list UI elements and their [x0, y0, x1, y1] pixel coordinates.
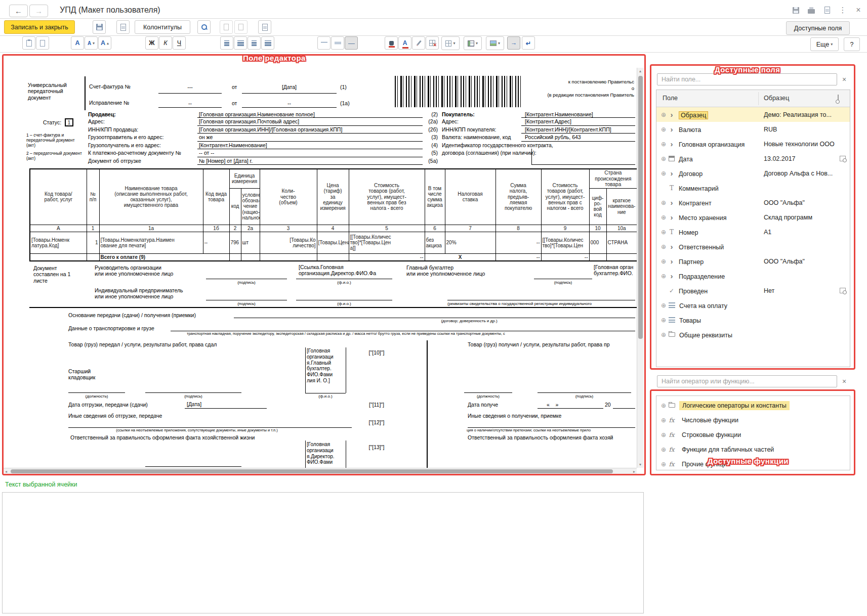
field-label[interactable]: Образец	[679, 111, 708, 119]
selected-cell-text-area[interactable]	[2, 492, 644, 613]
decrease-font-icon[interactable]: A▾	[85, 36, 98, 50]
num-cell[interactable]: 8	[496, 225, 541, 232]
num-cell[interactable]: 1	[87, 225, 99, 232]
layout-sheet[interactable]: 1 Код товара/ работ, услуг № п/п Наимено…	[4, 56, 637, 468]
data-tax-sum[interactable]: --	[496, 232, 541, 253]
add-field-icon[interactable]	[659, 243, 668, 251]
num-cell[interactable]: 10	[589, 225, 606, 232]
total-tax-sum[interactable]: --	[496, 253, 541, 261]
field-row-16[interactable]: Общие реквизиты	[656, 327, 850, 342]
horizontal-scrollbar[interactable]: ◂ ▸	[4, 468, 637, 474]
table-dropdown[interactable]: ▾	[464, 36, 482, 50]
horizontal-scroll-thumb[interactable]	[11, 469, 613, 473]
text-direction-icon[interactable]: →	[507, 36, 520, 50]
field-label[interactable]: Головная организация	[679, 141, 745, 148]
align-justify-icon[interactable]	[261, 36, 274, 50]
data-cost-no-tax[interactable]: [[Товары.Количес тво]*[Товары.Цен а]]	[349, 232, 425, 253]
data-goods-kind[interactable]: --	[203, 232, 229, 253]
col-header-excise[interactable]: В том числе сумма акциза	[425, 169, 445, 225]
expand-plus-icon[interactable]	[659, 402, 668, 410]
col-header-unit-code[interactable]: код	[229, 188, 241, 225]
more-button[interactable]: Еще▾	[810, 37, 839, 51]
function-group-label[interactable]: Логические операторы и константы	[679, 401, 790, 410]
fields-table-header[interactable]: Поле Образец	[656, 90, 850, 107]
expand-chevron-icon[interactable]	[668, 111, 676, 119]
col-header-country[interactable]: Страна происхождения товара	[589, 169, 637, 188]
save-and-close-button[interactable]: Записать и закрыть	[4, 20, 75, 34]
function-group-label[interactable]: Функции для табличных частей	[679, 445, 777, 454]
expand-plus-icon[interactable]	[659, 460, 668, 468]
status-value-box[interactable]: 1	[65, 118, 73, 126]
function-group-1[interactable]: Логические операторы и константы	[656, 398, 850, 413]
field-row-12[interactable]: Подразделение	[656, 269, 850, 283]
function-search-close-icon[interactable]: ×	[842, 377, 846, 385]
col-header-unit-symbol[interactable]: условное обозна- чение (нацио- нальное)	[241, 188, 260, 225]
scroll-up-icon[interactable]: ▴	[639, 69, 641, 73]
expand-plus-icon[interactable]	[659, 446, 668, 454]
data-cost-with-tax[interactable]: [[Товары.Количес тво]*[Товары.Цен	[541, 232, 589, 253]
fields-table[interactable]: Поле Образец ОбразецДемо: Реализация то.…	[656, 90, 850, 367]
nav-forward-button[interactable]: →	[29, 5, 48, 17]
expand-chevron-icon[interactable]	[668, 213, 676, 222]
wrap-text-icon[interactable]: ↵	[522, 36, 535, 50]
fields-col-sample[interactable]: Образец	[764, 95, 789, 102]
col-header-goods-code[interactable]: Код товара/ работ, услуг	[30, 169, 87, 225]
increase-font-icon[interactable]: A▴	[98, 36, 111, 50]
num-cell[interactable]: 2а	[241, 225, 260, 232]
fields-col-field[interactable]: Поле	[663, 95, 678, 102]
data-line-no[interactable]: 1	[87, 232, 99, 253]
help-button[interactable]: ?	[844, 37, 860, 51]
col-header-tax-rate[interactable]: Налоговая ставка	[445, 169, 496, 225]
field-row-15[interactable]: Товары	[656, 313, 850, 327]
field-label[interactable]: Комментарий	[679, 185, 719, 192]
valign-middle-icon[interactable]	[331, 36, 344, 50]
field-row-2[interactable]: ВалютаRUB	[656, 122, 850, 137]
function-group-4[interactable]: Функции для табличных частей	[656, 442, 850, 457]
copy-icon[interactable]	[36, 36, 49, 50]
vertical-scroll-thumb[interactable]	[638, 76, 643, 339]
col-header-qty[interactable]: Коли- чество (объем)	[260, 169, 317, 225]
num-cell[interactable]: А	[30, 225, 87, 232]
add-field-icon[interactable]	[659, 316, 668, 324]
field-label[interactable]: Контрагент	[679, 200, 712, 207]
total-cost-no-tax[interactable]: --	[349, 253, 425, 261]
data-goods-name[interactable]: [Товары.Номенклатура.Наимен ование для п…	[99, 232, 203, 253]
add-field-icon[interactable]	[659, 169, 668, 178]
field-row-14[interactable]: Счета на оплату	[656, 298, 850, 313]
paste-style-button[interactable]	[234, 20, 247, 34]
available-fields-button[interactable]: Доступные поля	[786, 21, 850, 35]
num-cell[interactable]: 9	[541, 225, 589, 232]
field-label[interactable]: Проведен	[679, 288, 708, 295]
paste-icon[interactable]	[22, 36, 35, 50]
field-label[interactable]: Общие реквизиты	[679, 332, 732, 339]
field-row-4[interactable]: Дата13.02.2017	[656, 151, 850, 166]
col-header-tax-sum[interactable]: Сумма налога, предъяв- ляемая покупателю	[496, 169, 541, 225]
add-field-icon[interactable]	[659, 213, 668, 222]
col-header-line-no[interactable]: № п/п	[87, 169, 99, 225]
scroll-down-icon[interactable]: ▾	[639, 462, 641, 467]
function-group-label[interactable]: Строковые функции	[679, 430, 744, 439]
print-preview-icon[interactable]	[821, 5, 833, 15]
field-row-7[interactable]: КонтрагентООО "Альфа"	[656, 195, 850, 210]
expand-chevron-icon[interactable]	[668, 125, 676, 134]
field-label[interactable]: Счета на оплату	[679, 302, 727, 310]
add-field-icon[interactable]	[659, 331, 668, 339]
field-label[interactable]: Номер	[679, 229, 698, 236]
add-field-icon[interactable]	[659, 140, 668, 148]
data-unit-symbol[interactable]: шт	[241, 232, 260, 253]
product-table[interactable]: Код товара/ работ, услуг № п/п Наименова…	[29, 168, 637, 261]
add-field-icon[interactable]	[659, 155, 668, 163]
expand-chevron-icon[interactable]	[668, 140, 676, 148]
preview-button[interactable]	[116, 20, 130, 34]
col-header-cost-with-tax[interactable]: Стоимость товаров (работ, услуг), имущес…	[541, 169, 589, 225]
data-excise[interactable]: без акциза	[425, 232, 445, 253]
column-settings-icon[interactable]	[838, 95, 839, 103]
align-center-icon[interactable]	[234, 36, 247, 50]
field-row-11[interactable]: ПартнерООО "Альфа"	[656, 254, 850, 269]
close-icon[interactable]: ×	[853, 5, 864, 15]
num-cell[interactable]: 1б	[203, 225, 229, 232]
num-cell[interactable]: 3	[260, 225, 317, 232]
add-field-icon[interactable]	[659, 272, 668, 280]
clear-format-icon[interactable]	[426, 36, 439, 50]
copy-style-button[interactable]	[220, 20, 233, 34]
